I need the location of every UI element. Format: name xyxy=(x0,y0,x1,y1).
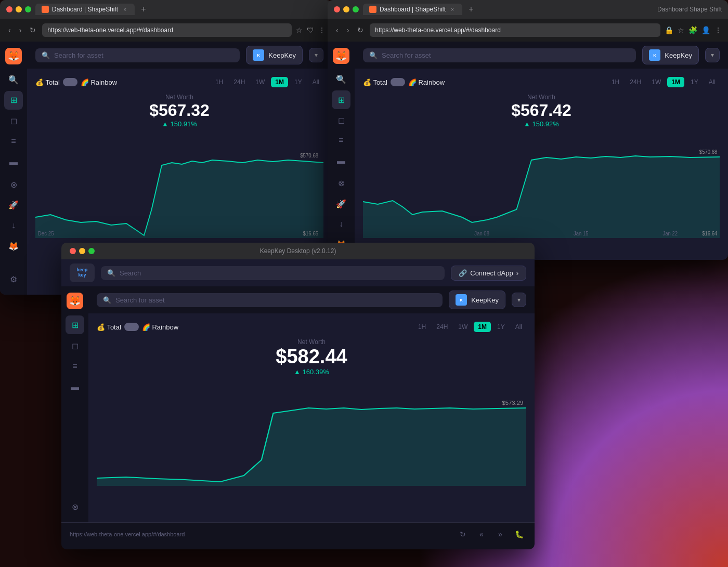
bookmark-icon-2[interactable]: ☆ xyxy=(678,26,684,34)
keepkey-btn-1[interactable]: K KeepKey xyxy=(246,46,303,64)
rocket-sidebar-icon-1[interactable]: 🚀 xyxy=(4,196,23,215)
inner-list-icon-3[interactable]: ≡ xyxy=(66,357,84,376)
arrow-sidebar-icon-2[interactable]: ↓ xyxy=(332,215,350,233)
search-desktop-3[interactable]: 🔍 Search xyxy=(101,266,445,280)
inner-time-all-3[interactable]: All xyxy=(511,322,526,332)
browser-tab-1[interactable]: Dashboard | ShapeShift × xyxy=(35,4,135,15)
forward-btn-2[interactable]: › xyxy=(345,25,352,35)
lock-icon-2[interactable]: 🔒 xyxy=(665,26,673,34)
tab-folder-3[interactable]: 📁 xyxy=(291,546,321,550)
search-box-1[interactable]: 🔍 Search for asset xyxy=(35,48,240,62)
time-1w-2[interactable]: 1W xyxy=(647,77,665,87)
connect-dapp-btn-3[interactable]: 🔗 Connect dApp › xyxy=(451,266,526,281)
inner-database-icon-3[interactable]: ⊗ xyxy=(66,497,84,516)
inner-time-1h-3[interactable]: 1H xyxy=(414,322,430,332)
tab-grid-3[interactable]: ⊞ xyxy=(123,546,149,550)
search-sidebar-icon-1[interactable]: 🔍 xyxy=(4,71,23,89)
back-btn-2[interactable]: ‹ xyxy=(334,25,341,35)
list-sidebar-icon-1[interactable]: ≡ xyxy=(4,132,23,151)
inner-time-1m-3[interactable]: 1M xyxy=(474,322,491,332)
inner-search-box-3[interactable]: 🔍 Search for asset xyxy=(97,293,443,307)
tab-plug-3[interactable]: 🔌 xyxy=(230,546,261,550)
inner-wallet-icon-3[interactable]: ◻ xyxy=(66,336,84,355)
inner-time-1w-3[interactable]: 1W xyxy=(454,322,472,332)
forward-skip-icon-3[interactable]: » xyxy=(493,527,508,542)
fox-sidebar-icon-1[interactable]: 🦊 xyxy=(4,237,23,256)
database-sidebar-icon-2[interactable]: ⊗ xyxy=(332,174,350,192)
expand-btn-2[interactable]: ▾ xyxy=(705,48,720,62)
new-tab-btn-1[interactable]: + xyxy=(139,5,148,14)
maximize-button-1[interactable] xyxy=(25,6,31,12)
tab-settings-3[interactable]: ⚙ xyxy=(321,546,348,550)
tab-close-1[interactable]: × xyxy=(121,6,128,13)
back-skip-icon-3[interactable]: « xyxy=(474,527,489,542)
toggle-switch-2[interactable] xyxy=(391,78,405,86)
time-1w-1[interactable]: 1W xyxy=(251,77,269,87)
maximize-button-3[interactable] xyxy=(88,248,95,254)
time-1m-2[interactable]: 1M xyxy=(667,77,684,87)
inner-time-1y-3[interactable]: 1Y xyxy=(493,322,509,332)
time-24h-1[interactable]: 24H xyxy=(229,77,249,87)
refresh-btn-1[interactable]: ↻ xyxy=(28,25,38,35)
extension-icon-2[interactable]: 🧩 xyxy=(688,26,697,34)
inner-keepkey-btn-3[interactable]: K KeepKey xyxy=(449,291,505,309)
address-input-1[interactable] xyxy=(42,23,292,37)
card-sidebar-icon-2[interactable]: ▬ xyxy=(332,152,350,170)
minimize-button-2[interactable] xyxy=(343,6,349,12)
tab-list-3[interactable]: ≡ xyxy=(176,546,200,549)
inner-expand-btn-3[interactable]: ▾ xyxy=(512,293,526,307)
back-btn-1[interactable]: ‹ xyxy=(6,25,13,35)
close-button-2[interactable] xyxy=(334,6,340,12)
profile-icon-2[interactable]: 👤 xyxy=(701,26,710,34)
maximize-button-2[interactable] xyxy=(353,6,359,12)
time-24h-2[interactable]: 24H xyxy=(626,77,645,87)
close-button-1[interactable] xyxy=(6,6,12,12)
toggle-switch-1[interactable] xyxy=(63,78,77,86)
settings-sidebar-icon-1[interactable]: ⚙ xyxy=(4,270,23,288)
dashboard-sidebar-icon-2[interactable]: ⊞ xyxy=(332,90,350,109)
inner-card-icon-3[interactable]: ▬ xyxy=(66,378,84,397)
time-all-2[interactable]: All xyxy=(705,77,720,87)
menu-icon-2[interactable]: ⋮ xyxy=(714,26,722,34)
time-1y-2[interactable]: 1Y xyxy=(686,77,703,87)
expand-btn-1[interactable]: ▾ xyxy=(309,48,323,62)
menu-icon-1[interactable]: ⋮ xyxy=(318,26,326,34)
search-box-2[interactable]: 🔍 Search for asset xyxy=(363,48,636,62)
wallet-sidebar-icon-2[interactable]: ◻ xyxy=(332,111,350,129)
database-sidebar-icon-1[interactable]: ⊗ xyxy=(4,175,23,194)
close-button-3[interactable] xyxy=(70,248,76,254)
inner-toggle-switch-3[interactable] xyxy=(124,323,139,331)
minimize-button-1[interactable] xyxy=(16,6,22,12)
rocket-sidebar-icon-2[interactable]: 🚀 xyxy=(332,194,350,213)
time-1h-1[interactable]: 1H xyxy=(211,77,227,87)
bookmark-icon-1[interactable]: ☆ xyxy=(296,26,303,34)
tab-globe-3[interactable]: 🌐 xyxy=(200,545,230,550)
arrow-sidebar-icon-1[interactable]: ↓ xyxy=(4,217,23,235)
address-input-2[interactable] xyxy=(370,23,660,37)
tab-close-2[interactable]: × xyxy=(449,6,456,13)
time-1m-1[interactable]: 1M xyxy=(271,77,288,87)
inner-dashboard-icon-3[interactable]: ⊞ xyxy=(66,315,84,334)
dashboard-sidebar-icon-1[interactable]: ⊞ xyxy=(4,91,23,110)
shield-icon-1[interactable]: 🛡 xyxy=(307,26,314,34)
time-1y-1[interactable]: 1Y xyxy=(290,77,306,87)
tab-chat-3[interactable]: 💬 xyxy=(348,546,378,550)
tab-lock-3[interactable]: 🔒 xyxy=(261,546,291,550)
inner-time-24h-3[interactable]: 24H xyxy=(432,322,452,332)
browser-tab-2[interactable]: Dashboard | ShapeShift × xyxy=(363,4,462,15)
tab-chart-3[interactable]: 📈 xyxy=(93,546,123,550)
minimize-button-3[interactable] xyxy=(79,248,85,254)
new-tab-btn-2[interactable]: + xyxy=(466,5,475,14)
time-1h-2[interactable]: 1H xyxy=(607,77,623,87)
keepkey-btn-2[interactable]: K KeepKey xyxy=(642,46,699,64)
forward-btn-1[interactable]: › xyxy=(17,25,24,35)
wallet-sidebar-icon-1[interactable]: ◻ xyxy=(4,112,23,130)
card-sidebar-icon-1[interactable]: ▬ xyxy=(4,153,23,172)
bug-icon-3[interactable]: 🐛 xyxy=(512,527,526,542)
list-sidebar-icon-2[interactable]: ≡ xyxy=(332,131,350,150)
refresh-btn-2[interactable]: ↻ xyxy=(355,25,366,35)
time-all-1[interactable]: All xyxy=(308,77,323,87)
refresh-bottom-icon-3[interactable]: ↻ xyxy=(456,527,470,542)
search-sidebar-icon-2[interactable]: 🔍 xyxy=(332,70,350,88)
tab-db-3[interactable]: ⊗ xyxy=(149,546,176,550)
